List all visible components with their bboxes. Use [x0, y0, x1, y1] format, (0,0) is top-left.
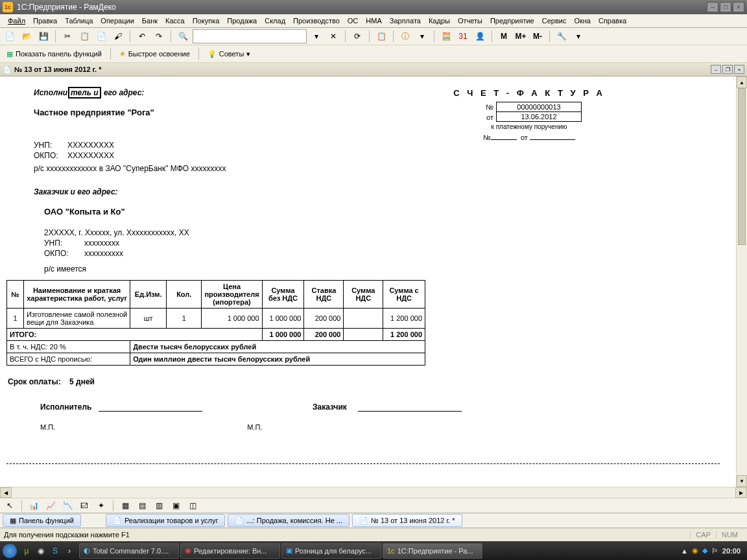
- horizontal-scrollbar[interactable]: ◀ ▶: [0, 487, 747, 498]
- calc-icon[interactable]: 🧮: [439, 29, 453, 43]
- menu-prod[interactable]: Производство: [289, 16, 344, 26]
- tab-current-doc[interactable]: 📄 № 13 от 13 июня 2012 г. *: [352, 514, 462, 527]
- save-icon[interactable]: 💾: [36, 29, 51, 43]
- ql-arrow-icon[interactable]: ›: [64, 545, 75, 557]
- tab-panel-funcs[interactable]: ▦ Панель функций: [3, 514, 81, 527]
- chart4-icon[interactable]: 🗠: [77, 498, 91, 513]
- copy-icon[interactable]: 📋: [77, 29, 91, 43]
- menu-windows[interactable]: Окна: [570, 16, 595, 26]
- tray-icon[interactable]: ◆: [702, 546, 707, 555]
- grid3-icon[interactable]: ▥: [152, 498, 166, 513]
- m-button[interactable]: M: [497, 29, 511, 43]
- menu-stock[interactable]: Склад: [261, 16, 289, 26]
- tips-button[interactable]: 💡Советы▾: [204, 49, 254, 60]
- clock[interactable]: 20:00: [722, 547, 741, 555]
- menu-file[interactable]: Файл: [4, 16, 29, 26]
- customer-name: ОАО "Копыта и Ко": [6, 207, 720, 216]
- task-1c[interactable]: 1c1С:Предприятие - Ра...: [383, 543, 482, 559]
- menu-purchase[interactable]: Покупка: [189, 16, 224, 26]
- menu-help[interactable]: Справка: [595, 16, 630, 26]
- menu-nma[interactable]: НМА: [362, 16, 385, 26]
- chart3-icon[interactable]: 📉: [60, 498, 75, 513]
- grid4-icon[interactable]: ▣: [169, 498, 183, 513]
- vertical-scrollbar[interactable]: ▲ ▼: [736, 76, 747, 487]
- quick-learn-button[interactable]: ☀Быстрое освоение: [115, 49, 194, 60]
- grid5-icon[interactable]: ◫: [185, 498, 200, 513]
- m-plus-button[interactable]: M+: [514, 29, 528, 43]
- doc-minimize-button[interactable]: –: [711, 65, 721, 74]
- task-totalcmd[interactable]: ◐Total Commander 7.0....: [79, 543, 179, 559]
- clipboard-icon[interactable]: 📋: [374, 29, 388, 43]
- scroll-left-icon[interactable]: ◀: [0, 487, 12, 498]
- scroll-thumb[interactable]: [738, 88, 746, 245]
- th-qty: Кол.: [167, 281, 202, 309]
- wrench-icon[interactable]: 🔧: [554, 29, 569, 43]
- menu-salary[interactable]: Зарплата: [386, 16, 425, 26]
- help-icon[interactable]: ⓘ: [398, 29, 412, 43]
- menu-table[interactable]: Таблица: [61, 16, 97, 26]
- menu-os[interactable]: ОС: [344, 16, 362, 26]
- search-input[interactable]: [193, 29, 307, 43]
- minimize-button[interactable]: –: [707, 2, 718, 12]
- ql-utorrent-icon[interactable]: μ: [21, 545, 32, 557]
- doc-close-button[interactable]: ×: [734, 65, 744, 74]
- system-tray[interactable]: ▲ ◉ ◆ 🏳 20:00: [677, 546, 744, 555]
- chart2-icon[interactable]: 📈: [43, 498, 58, 513]
- show-panel-button[interactable]: ▦Показать панель функций: [3, 49, 106, 60]
- scroll-up-icon[interactable]: ▲: [737, 76, 747, 88]
- menu-reports[interactable]: Отчеты: [454, 16, 486, 26]
- document-scroll[interactable]: ▲ ▼ Исполнитель и его адрес: Частное пре…: [0, 76, 747, 487]
- customer-address: 2XXXXX, г. Xxxxxx, ул. Xxxxxxxxxxxx, XX: [6, 228, 720, 237]
- start-button[interactable]: [3, 544, 17, 558]
- brush-icon[interactable]: 🖌: [111, 29, 125, 43]
- customer-signature: Заказчик: [248, 402, 520, 412]
- help-dropdown-icon[interactable]: ▾: [415, 29, 429, 43]
- new-icon[interactable]: 📄: [3, 29, 17, 43]
- search-icon[interactable]: 🔍: [176, 29, 190, 43]
- document-icon: 📄: [3, 65, 12, 74]
- grid1-icon[interactable]: ▦: [118, 498, 132, 513]
- tab-realizations[interactable]: 📄 Реализации товаров и услуг: [106, 514, 225, 527]
- customer-okpo: ОКПО: xxxxxxxxxx: [6, 249, 720, 258]
- payment-order-ref: № от: [483, 132, 575, 141]
- cut-icon[interactable]: ✂: [60, 29, 75, 43]
- search-dropdown-icon[interactable]: ▾: [309, 29, 324, 43]
- tray-icon[interactable]: ◉: [692, 546, 698, 555]
- menu-enterprise[interactable]: Предприятие: [486, 16, 538, 26]
- m-minus-button[interactable]: M-: [530, 29, 545, 43]
- doc-restore-button[interactable]: ❐: [722, 65, 733, 74]
- menu-sale[interactable]: Продажа: [223, 16, 261, 26]
- redo-icon[interactable]: ↷: [152, 29, 166, 43]
- calendar-icon[interactable]: 31: [456, 29, 470, 43]
- scroll-down-icon[interactable]: ▼: [737, 475, 747, 487]
- open-icon[interactable]: 📂: [19, 29, 34, 43]
- menu-staff[interactable]: Кадры: [425, 16, 454, 26]
- tray-icon[interactable]: ▲: [681, 547, 688, 555]
- clear-search-icon[interactable]: ✕: [326, 29, 340, 43]
- menu-bank[interactable]: Банк: [138, 16, 161, 26]
- chart1-icon[interactable]: 📊: [27, 498, 41, 513]
- ql-skype-icon[interactable]: S: [49, 545, 61, 557]
- grid2-icon[interactable]: ▤: [135, 498, 149, 513]
- tray-lang-icon[interactable]: 🏳: [711, 547, 718, 555]
- totals-row: ИТОГО: 1 000 000 200 000 1 200 000: [7, 329, 425, 341]
- wrench-dropdown-icon[interactable]: ▾: [571, 29, 586, 43]
- menu-ops[interactable]: Операции: [97, 16, 137, 26]
- menu-edit[interactable]: Правка: [29, 16, 61, 26]
- maximize-button[interactable]: □: [720, 2, 731, 12]
- paste-icon[interactable]: 📄: [94, 29, 108, 43]
- menu-service[interactable]: Сервис: [538, 16, 571, 26]
- person-icon[interactable]: 👤: [473, 29, 487, 43]
- undo-icon[interactable]: ↶: [135, 29, 149, 43]
- star-icon[interactable]: ✦: [94, 498, 108, 513]
- tab-sale[interactable]: 📄 ...: Продажа, комиссия. Не ...: [228, 514, 350, 527]
- ql-chrome-icon[interactable]: ◉: [35, 545, 47, 557]
- close-button[interactable]: ×: [733, 2, 744, 12]
- scroll-right-icon[interactable]: ▶: [735, 487, 747, 498]
- refresh-icon[interactable]: ⟳: [350, 29, 364, 43]
- document-title: № 13 от 13 июня 2012 г. *: [14, 65, 709, 73]
- menu-cash[interactable]: Касса: [161, 16, 189, 26]
- task-roznica[interactable]: ▣Розница для беларус...: [281, 543, 381, 559]
- pointer-icon[interactable]: ↖: [3, 498, 17, 513]
- task-edit[interactable]: ◉Редактирование: Вн...: [180, 543, 280, 559]
